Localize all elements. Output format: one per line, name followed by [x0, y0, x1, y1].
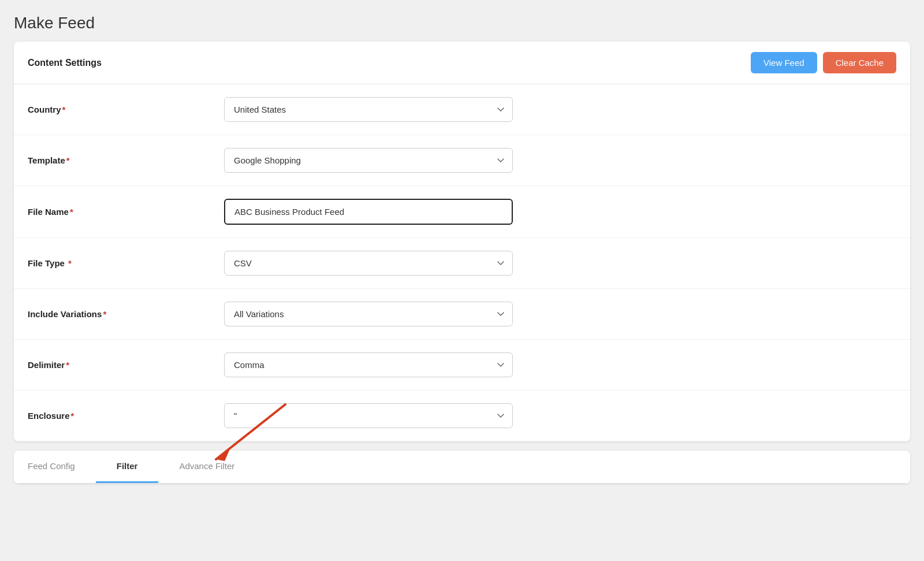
template-row: Template* Google Shopping Facebook Insta… [14, 135, 910, 186]
file-name-label: File Name* [28, 207, 224, 217]
file-type-select[interactable]: CSV XML TSV JSON [224, 251, 513, 276]
include-variations-row: Include Variations* All Variations No Va… [14, 289, 910, 340]
required-star-enclosure: * [71, 411, 74, 421]
clear-cache-button[interactable]: Clear Cache [823, 52, 896, 73]
country-row: Country* United States United Kingdom Ca… [14, 84, 910, 135]
required-star-filetype: * [66, 258, 72, 268]
tabs-section: Feed Config Filter Advance Filter [14, 451, 910, 484]
delimiter-row: Delimiter* Comma Semicolon Tab Pipe [14, 340, 910, 391]
view-feed-button[interactable]: View Feed [751, 52, 817, 73]
template-label: Template* [28, 155, 224, 165]
tab-advance-filter[interactable]: Advance Filter [158, 451, 255, 483]
required-star-delimiter: * [66, 360, 69, 370]
header-buttons: View Feed Clear Cache [751, 52, 896, 73]
include-variations-select[interactable]: All Variations No Variations Parent Only [224, 302, 513, 326]
page-title: Make Feed [14, 14, 910, 32]
delimiter-label: Delimiter* [28, 360, 224, 370]
tab-feed-config[interactable]: Feed Config [14, 451, 96, 483]
required-star: * [62, 105, 66, 114]
file-name-control [224, 199, 513, 225]
required-star-template: * [66, 155, 70, 165]
enclosure-label: Enclosure* [28, 411, 224, 421]
card-header: Content Settings View Feed Clear Cache [14, 42, 910, 84]
enclosure-row: Enclosure* " ' None [14, 391, 910, 441]
country-select[interactable]: United States United Kingdom Canada Aust… [224, 97, 513, 122]
template-select[interactable]: Google Shopping Facebook Instagram [224, 148, 513, 173]
enclosure-select[interactable]: " ' None [224, 403, 513, 428]
tabs-row: Feed Config Filter Advance Filter [14, 451, 910, 484]
file-type-control: CSV XML TSV JSON [224, 251, 513, 276]
enclosure-control: " ' None [224, 403, 513, 428]
delimiter-select[interactable]: Comma Semicolon Tab Pipe [224, 352, 513, 377]
template-control: Google Shopping Facebook Instagram [224, 148, 513, 173]
file-type-row: File Type * CSV XML TSV JSON [14, 238, 910, 289]
delimiter-control: Comma Semicolon Tab Pipe [224, 352, 513, 377]
content-settings-title: Content Settings [28, 58, 102, 68]
country-label: Country* [28, 105, 224, 114]
file-type-label: File Type * [28, 258, 224, 268]
required-star-filename: * [70, 207, 73, 217]
main-card: Content Settings View Feed Clear Cache C… [14, 42, 910, 441]
include-variations-label: Include Variations* [28, 309, 224, 319]
tab-filter[interactable]: Filter [96, 451, 159, 483]
file-name-row: File Name* [14, 186, 910, 238]
file-name-input[interactable] [224, 199, 513, 225]
required-star-variations: * [103, 309, 106, 319]
country-control: United States United Kingdom Canada Aust… [224, 97, 513, 122]
include-variations-control: All Variations No Variations Parent Only [224, 302, 513, 326]
